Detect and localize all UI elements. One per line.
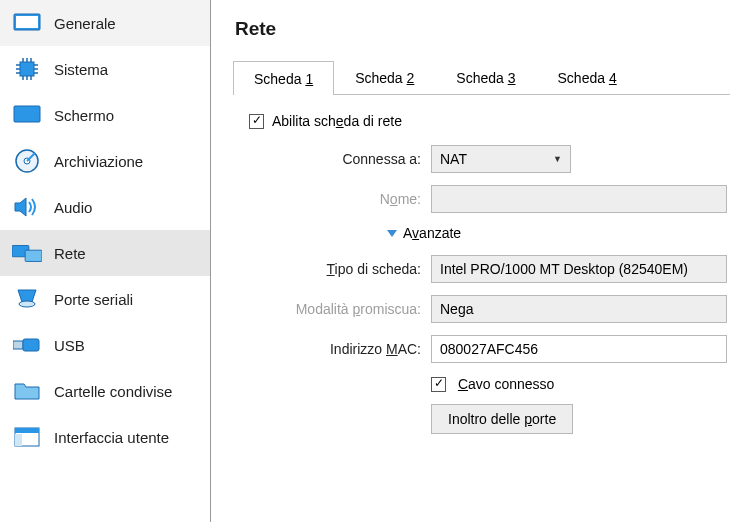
sidebar-item-label: Rete [54,245,86,262]
sidebar-item-label: Sistema [54,61,108,78]
serial-port-icon [12,288,42,310]
sidebar-item-audio[interactable]: Audio [0,184,210,230]
tab-content: Abilita scheda di rete Connessa a: NAT ▼… [233,95,730,446]
svg-rect-15 [14,106,40,122]
promisc-value: Nega [440,301,473,317]
sidebar-item-system[interactable]: Sistema [0,46,210,92]
connected-to-combo[interactable]: NAT ▼ [431,145,571,173]
port-forwarding-button[interactable]: Inoltro delle porte [431,404,573,434]
harddisk-icon [12,150,42,172]
adapter-type-label: Tipo di scheda: [247,261,431,277]
sidebar-item-label: Cartelle condivise [54,383,172,400]
sidebar-item-usb[interactable]: USB [0,322,210,368]
sidebar-item-label: Schermo [54,107,114,124]
speaker-icon [12,196,42,218]
monitor-icon [12,104,42,126]
sidebar-item-display[interactable]: Schermo [0,92,210,138]
sidebar-item-label: Interfaccia utente [54,429,169,446]
svg-rect-19 [25,250,42,261]
cable-connected-label: Cavo connesso [458,376,555,392]
tab-adapter-4[interactable]: Scheda 4 [537,60,638,94]
svg-point-20 [19,301,35,307]
svg-rect-22 [23,339,39,351]
sidebar: Generale Sistema Schermo Archiviazione A… [0,0,211,522]
mac-label: Indirizzo MAC: [247,341,431,357]
folder-icon [12,380,42,402]
sidebar-item-serial[interactable]: Porte seriali [0,276,210,322]
sidebar-item-label: Audio [54,199,92,216]
chevron-down-icon: ▼ [553,154,562,164]
triangle-down-icon [387,230,397,237]
tab-adapter-1[interactable]: Scheda 1 [233,61,334,95]
advanced-label: Avanzate [403,225,461,241]
svg-rect-1 [16,16,38,28]
adapter-type-combo[interactable]: Intel PRO/1000 MT Desktop (82540EM) [431,255,727,283]
tab-adapter-3[interactable]: Scheda 3 [435,60,536,94]
sidebar-item-label: Archiviazione [54,153,143,170]
svg-rect-2 [20,62,34,76]
sidebar-item-label: USB [54,337,85,354]
promisc-combo[interactable]: Nega [431,295,727,323]
svg-rect-24 [15,428,39,433]
tab-adapter-2[interactable]: Scheda 2 [334,60,435,94]
chip-icon [12,58,42,80]
svg-rect-21 [13,341,23,349]
adapter-type-value: Intel PRO/1000 MT Desktop (82540EM) [440,261,688,277]
svg-rect-25 [15,434,22,446]
name-field [431,185,727,213]
sidebar-item-network[interactable]: Rete [0,230,210,276]
sidebar-item-label: Generale [54,15,116,32]
name-label: Nome: [247,191,431,207]
sidebar-item-general[interactable]: Generale [0,0,210,46]
enable-adapter-label: Abilita scheda di rete [272,113,402,129]
sidebar-item-shared-folders[interactable]: Cartelle condivise [0,368,210,414]
monitor-icon [12,12,42,34]
main-panel: Rete Scheda 1 Scheda 2 Scheda 3 Scheda 4… [211,0,754,522]
sidebar-item-label: Porte seriali [54,291,133,308]
advanced-toggle[interactable]: Avanzate [387,225,730,241]
usb-icon [12,334,42,356]
sidebar-item-ui[interactable]: Interfaccia utente [0,414,210,460]
tabs: Scheda 1 Scheda 2 Scheda 3 Scheda 4 [233,60,730,95]
enable-adapter-checkbox[interactable] [249,114,264,129]
mac-field[interactable]: 080027AFC456 [431,335,727,363]
network-icon [12,242,42,264]
connected-to-label: Connessa a: [247,151,431,167]
ui-icon [12,426,42,448]
connected-to-value: NAT [440,151,467,167]
cable-connected-checkbox[interactable] [431,377,446,392]
sidebar-item-storage[interactable]: Archiviazione [0,138,210,184]
promisc-label: Modalità promiscua: [247,301,431,317]
page-title: Rete [235,18,730,40]
